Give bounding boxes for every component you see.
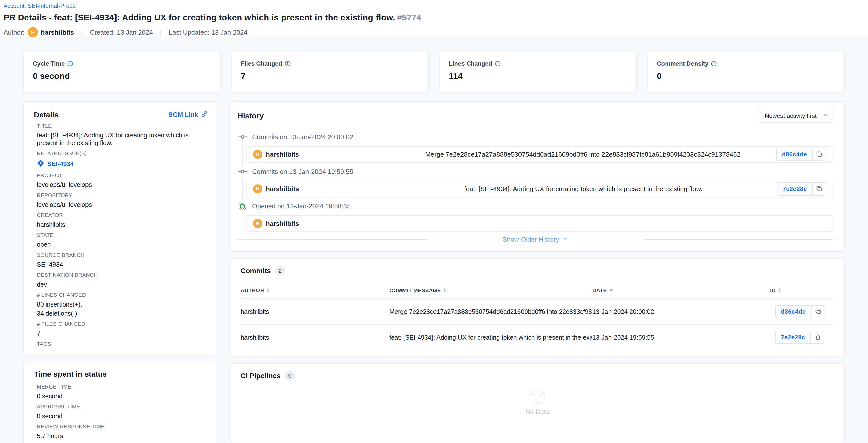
author-row: Author: H harshilbits | Created: 13 Jan … (3, 27, 862, 37)
no-data-empty-state: No Data (230, 385, 844, 416)
metric-label: Lines Changed (449, 60, 492, 67)
commit-hash-chip[interactable]: d86c4de (775, 305, 811, 318)
copy-button[interactable] (812, 148, 826, 161)
commits-table-header: AUTHOR COMMIT MESSAGE DATE (241, 283, 833, 298)
metric-value: 0 (657, 71, 835, 81)
git-commit-icon (238, 167, 248, 177)
timeline-event-label: Commits on 13-Jan-2024 20:00:02 (252, 133, 353, 141)
time-spent-heading: Time spent in status (34, 370, 208, 378)
column-header-date[interactable]: DATE (592, 287, 607, 293)
history-panel: History Newest activity first Commits on… (230, 101, 845, 252)
opened-author: harshilbits (266, 220, 299, 228)
pr-details-page: Account: SEI-Internal-Prod2 PR Details -… (0, 0, 868, 443)
content-area: Cycle Time 0 second Files Changed 7 Line… (0, 37, 868, 443)
commit-hash-group: 7e2e28c (777, 182, 826, 196)
metric-value: 114 (449, 71, 627, 81)
info-icon[interactable] (67, 61, 73, 67)
column-header-id[interactable]: ID (770, 287, 776, 293)
timeline-event-commit-2: Commits on 13-Jan-2024 19:59:55 H harshi… (238, 167, 833, 197)
ci-pipelines-panel: CI Pipelines 0 No Data (230, 363, 845, 443)
related-issue-link[interactable]: SEI-4934 (37, 159, 74, 169)
sort-icon[interactable] (778, 288, 781, 293)
copy-icon (814, 308, 822, 316)
scm-link-label: SCM Link (168, 111, 198, 119)
info-icon[interactable] (495, 61, 501, 67)
copy-button[interactable] (811, 331, 825, 344)
show-older-history-button[interactable]: Show Older History (503, 236, 568, 243)
timeline-commit-card: H harshilbits feat: [SEI-4934]: Adding U… (246, 181, 833, 197)
commit-message: Merge 7e2e28ce17a27a888e530754dd6ad21609… (395, 151, 771, 158)
metric-cards-row: Cycle Time 0 second Files Changed 7 Line… (23, 52, 845, 93)
commits-count-badge: 2 (275, 266, 285, 276)
time-field-approval: APPROVAL TIME 0 second (34, 404, 208, 420)
time-spent-panel: Time spent in status MERGE TIME 0 second… (23, 362, 217, 443)
page-title: PR Details - feat: [SEI-4934]: Adding UX… (3, 12, 862, 23)
commit-row-author: harshilbits (241, 308, 390, 315)
info-icon[interactable] (711, 61, 717, 67)
metric-card-cycle-time: Cycle Time 0 second (23, 52, 221, 93)
column-header-commit-message[interactable]: COMMIT MESSAGE (390, 287, 441, 293)
no-data-label: No Data (525, 408, 549, 416)
detail-field-tags: TAGS (34, 341, 208, 347)
pull-request-opened-icon (238, 201, 248, 211)
copy-icon (815, 151, 823, 158)
info-icon[interactable] (285, 61, 291, 67)
author-avatar: H (28, 27, 38, 37)
commit-hash-chip[interactable]: 7e2e28c (777, 182, 812, 196)
sort-icon[interactable] (266, 288, 270, 293)
link-icon (201, 110, 208, 119)
metric-label: Cycle Time (33, 60, 65, 67)
sort-icon[interactable] (443, 288, 446, 293)
commit-hash-group: 7e2e28c (775, 331, 825, 344)
copy-button[interactable] (811, 305, 825, 318)
commit-hash-group: d86c4de (776, 148, 826, 161)
commit-row-message: feat: [SEI-4934]: Adding UX for creating… (390, 334, 592, 341)
commits-table: AUTHOR COMMIT MESSAGE DATE (241, 283, 833, 350)
separator: | (160, 29, 162, 36)
scm-link[interactable]: SCM Link (168, 110, 208, 119)
chevron-down-icon (823, 112, 829, 119)
history-sort-dropdown[interactable]: Newest activity first (759, 109, 833, 123)
detail-field-creator: CREATOR harshilbits (34, 212, 208, 228)
commit-author: harshilbits (266, 185, 299, 193)
show-older-history-label: Show Older History (503, 236, 559, 243)
metric-card-files-changed: Files Changed 7 (231, 52, 429, 93)
commit-row-date: 13-Jan-2024 19:59:55 (592, 334, 770, 341)
detail-field-repository: REPOSITORY levelops/ui-levelops (34, 192, 208, 208)
time-field-merge: MERGE TIME 0 second (34, 383, 208, 400)
divider (644, 239, 833, 240)
detail-field-destination-branch: DESTINATION BRANCH dev (34, 272, 208, 288)
metric-value: 0 second (33, 71, 211, 81)
pr-number: #5774 (397, 12, 422, 22)
chevron-down-icon (562, 236, 568, 243)
page-header: Account: SEI-Internal-Prod2 PR Details -… (0, 0, 868, 37)
empty-box-icon (525, 385, 550, 406)
commit-hash-chip[interactable]: d86c4de (776, 148, 812, 161)
copy-icon (815, 185, 823, 193)
ci-pipelines-heading: CI Pipelines (241, 372, 281, 380)
copy-button[interactable] (812, 182, 826, 196)
history-heading: History (238, 112, 264, 120)
column-header-author[interactable]: AUTHOR (241, 287, 264, 293)
timeline-commit-card: H harshilbits Merge 7e2e28ce17a27a888e53… (246, 146, 833, 163)
git-commit-icon (238, 132, 248, 142)
account-link[interactable]: Account: SEI-Internal-Prod2 (3, 2, 76, 9)
detail-field-project: PROJECT levelops/ui-levelops (34, 172, 208, 188)
commit-hash-chip[interactable]: 7e2e28c (775, 331, 811, 344)
commit-row-author: harshilbits (241, 334, 390, 341)
pr-title-text: PR Details - feat: [SEI-4934]: Adding UX… (3, 12, 395, 22)
timeline-event-commit-1: Commits on 13-Jan-2024 20:00:02 H harshi… (238, 132, 833, 163)
history-timeline: Commits on 13-Jan-2024 20:00:02 H harshi… (238, 132, 833, 232)
timeline-event-opened: Opened on 13-Jan-2024 19:58:35 H harshil… (238, 201, 833, 232)
metric-label: Comment Density (657, 60, 708, 67)
timeline-event-label: Opened on 13-Jan-2024 19:58:35 (252, 202, 350, 210)
ci-pipelines-count-badge: 0 (285, 371, 295, 381)
avatar: H (253, 184, 262, 194)
commit-table-row: harshilbits Merge 7e2e28ce17a27a888e5307… (241, 298, 833, 324)
commits-heading: Commits (241, 267, 271, 275)
detail-field-source-branch: SOURCE BRANCH SEI-4934 (34, 252, 208, 268)
created-date: Created: 13 Jan 2024 (90, 29, 153, 36)
sort-descending-icon[interactable] (609, 289, 613, 292)
metric-label: Files Changed (241, 60, 282, 67)
metric-card-lines-changed: Lines Changed 114 (439, 52, 637, 93)
